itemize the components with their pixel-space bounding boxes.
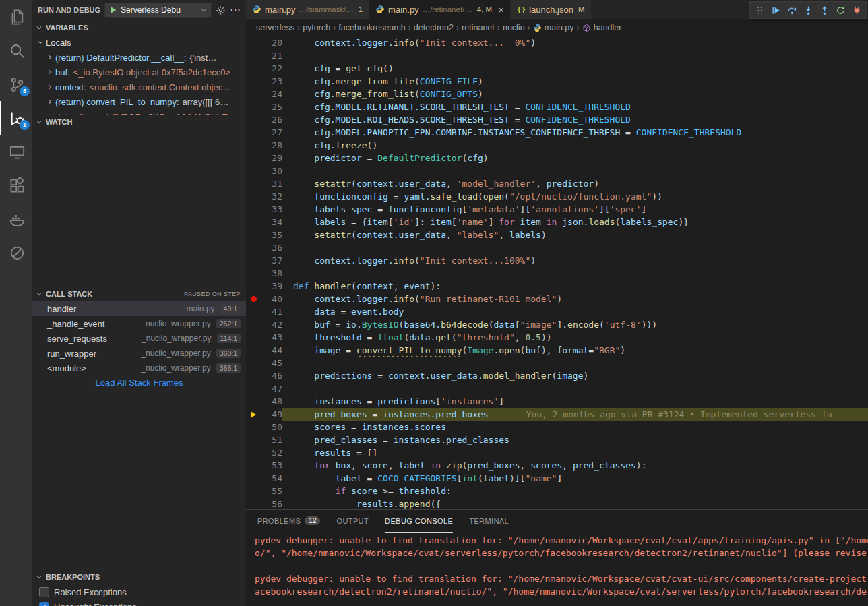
call-stack-section-header[interactable]: CALL STACK PAUSED ON STEP bbox=[32, 286, 246, 301]
variable-row[interactable]: context:<nuclio_sdk.context.Context obje… bbox=[32, 80, 246, 94]
code-line-29[interactable]: 29 predictor = DefaultPredictor(cfg) bbox=[246, 152, 868, 164]
code-line-32[interactable]: 32 functionconfig = yaml.safe_load(open(… bbox=[246, 190, 868, 203]
variables-scope-locals[interactable]: Locals bbox=[32, 35, 246, 50]
gutter[interactable] bbox=[246, 421, 261, 433]
variable-row[interactable]: (return) DefaultPredictor.__call__:{'ins… bbox=[32, 50, 246, 65]
gutter[interactable] bbox=[246, 229, 261, 241]
stack-frame[interactable]: _handle_event_nuclio_wrapper.py262:1 bbox=[32, 316, 246, 331]
gutter[interactable] bbox=[246, 203, 261, 216]
editor-tab-2[interactable]: main.py…/retinanet/…4, M× bbox=[369, 0, 511, 19]
code-line-28[interactable]: 28 cfg.freeze() bbox=[246, 139, 868, 152]
code-line-53[interactable]: 53 for box, score, label in zip(pred_box… bbox=[246, 459, 868, 472]
code-line-42[interactable]: 42 buf = io.BytesIO(base64.b64decode(dat… bbox=[246, 318, 868, 331]
gutter[interactable] bbox=[246, 126, 261, 139]
gutter[interactable] bbox=[246, 459, 261, 472]
variable-row[interactable]: data:{'image': 'iVBORw0KGgoAAAANSUhE… bbox=[32, 109, 246, 115]
editor-tab-3[interactable]: {}launch.jsonM bbox=[511, 0, 592, 19]
checkbox[interactable]: ✓ bbox=[39, 602, 49, 606]
stack-frame[interactable]: <module>_nuclio_wrapper.py366:1 bbox=[32, 361, 246, 375]
breadcrumb-item-retinanet[interactable]: retinanet bbox=[462, 23, 495, 32]
breakpoint-row[interactable]: Raised Exceptions bbox=[32, 584, 246, 599]
code-line-24[interactable]: 24 cfg.merge_from_list(CONFIG_OPTS) bbox=[246, 88, 868, 100]
more-actions-icon[interactable]: ⋯ bbox=[230, 5, 241, 16]
gutter[interactable] bbox=[246, 100, 261, 113]
continue-icon[interactable] bbox=[768, 2, 784, 18]
code-line-45[interactable]: 45 bbox=[246, 357, 868, 369]
gutter[interactable] bbox=[246, 254, 261, 267]
gutter[interactable] bbox=[246, 357, 261, 369]
code-line-31[interactable]: 31 setattr(context.user_data, 'model_han… bbox=[246, 177, 868, 190]
gutter[interactable] bbox=[246, 305, 261, 318]
activity-item-extensions[interactable] bbox=[0, 169, 32, 202]
gutter[interactable] bbox=[246, 75, 261, 88]
activity-item-search[interactable] bbox=[0, 34, 32, 67]
panel-tab-problems[interactable]: PROBLEMS12 bbox=[257, 510, 320, 533]
gutter[interactable] bbox=[246, 433, 261, 446]
code-line-50[interactable]: 50 scores = instances.scores bbox=[246, 421, 868, 433]
code-line-49[interactable]: 49 pred_boxes = instances.pred_boxesYou,… bbox=[246, 408, 868, 421]
gutter[interactable] bbox=[246, 331, 261, 344]
code-editor[interactable]: 20 context.logger.info("Init context... … bbox=[246, 36, 868, 509]
code-line-48[interactable]: 48 instances = predictions['instances'] bbox=[246, 395, 868, 408]
code-line-51[interactable]: 51 pred_classes = instances.pred_classes bbox=[246, 433, 868, 446]
gutter[interactable] bbox=[246, 485, 261, 497]
code-line-44[interactable]: 44 image = convert_PIL_to_numpy(Image.op… bbox=[246, 344, 868, 357]
code-line-33[interactable]: 33 labels_spec = functionconfig['metadat… bbox=[246, 203, 868, 216]
code-line-40[interactable]: 40 context.logger.info("Run retinanet-R1… bbox=[246, 293, 868, 305]
code-line-47[interactable]: 47 bbox=[246, 382, 868, 395]
activity-item-explorer[interactable] bbox=[0, 0, 32, 34]
variable-row[interactable]: (return) convert_PIL_to_numpy:array([[[ … bbox=[32, 94, 246, 109]
stack-frame[interactable]: serve_requests_nuclio_wrapper.py114:1 bbox=[32, 331, 246, 346]
code-line-52[interactable]: 52 results = [] bbox=[246, 446, 868, 459]
code-line-37[interactable]: 37 context.logger.info("Init context...1… bbox=[246, 254, 868, 267]
panel-tab-output[interactable]: OUTPUT bbox=[336, 510, 369, 533]
code-line-56[interactable]: 56 results.append({ bbox=[246, 497, 868, 509]
stack-frame[interactable]: handlermain.py49:1 bbox=[32, 301, 246, 316]
disconnect-icon[interactable] bbox=[848, 2, 865, 18]
gutter[interactable] bbox=[246, 62, 261, 75]
gutter[interactable] bbox=[246, 88, 261, 100]
breakpoints-section-header[interactable]: BREAKPOINTS bbox=[32, 570, 246, 584]
code-line-20[interactable]: 20 context.logger.info("Init context... … bbox=[246, 36, 868, 49]
restart-icon[interactable] bbox=[832, 2, 848, 18]
gutter[interactable] bbox=[246, 177, 261, 190]
gutter[interactable] bbox=[246, 267, 261, 280]
panel-tab-terminal[interactable]: TERMINAL bbox=[469, 510, 509, 533]
code-line-38[interactable]: 38 bbox=[246, 267, 868, 280]
close-icon[interactable]: × bbox=[498, 5, 504, 15]
gutter[interactable] bbox=[246, 190, 261, 203]
code-line-41[interactable]: 41 data = event.body bbox=[246, 305, 868, 318]
code-line-23[interactable]: 23 cfg.merge_from_file(CONFIG_FILE) bbox=[246, 75, 868, 88]
code-line-34[interactable]: 34 labels = {item['id']: item['name'] fo… bbox=[246, 216, 868, 229]
load-all-stack-frames-link[interactable]: Load All Stack Frames bbox=[32, 375, 246, 390]
breadcrumb-item-mainpy[interactable]: main.py bbox=[533, 23, 574, 32]
code-line-54[interactable]: 54 label = COCO_CATEGORIES[int(label)]["… bbox=[246, 472, 868, 485]
code-line-55[interactable]: 55 if score >= threshold: bbox=[246, 485, 868, 497]
code-line-26[interactable]: 26 cfg.MODEL.ROI_HEADS.SCORE_THRESH_TEST… bbox=[246, 113, 868, 126]
activity-item-run-and-debug[interactable]: 1 bbox=[0, 101, 32, 135]
step-over-icon[interactable] bbox=[784, 2, 800, 18]
step-into-icon[interactable] bbox=[800, 2, 816, 18]
debug-console-output[interactable]: pydev debugger: unable to find translati… bbox=[246, 533, 868, 598]
breadcrumb-item-facebookresearch[interactable]: facebookresearch bbox=[338, 23, 405, 32]
start-debugging-icon[interactable] bbox=[108, 5, 118, 15]
code-line-36[interactable]: 36 bbox=[246, 241, 868, 254]
gripper-icon[interactable] bbox=[751, 2, 768, 18]
code-line-46[interactable]: 46 predictions = context.user_data.model… bbox=[246, 369, 868, 382]
settings-gear-icon[interactable] bbox=[216, 5, 226, 16]
gutter[interactable] bbox=[246, 36, 261, 49]
breadcrumb-item-serverless[interactable]: serverless bbox=[256, 23, 294, 32]
gutter[interactable] bbox=[246, 49, 261, 62]
gutter[interactable] bbox=[246, 280, 261, 293]
code-line-43[interactable]: 43 threshold = float(data.get("threshold… bbox=[246, 331, 868, 344]
current-line-gutter[interactable] bbox=[246, 408, 261, 421]
panel-tab-debug-console[interactable]: DEBUG CONSOLE bbox=[385, 510, 453, 533]
checkbox[interactable] bbox=[39, 587, 49, 597]
variables-section-header[interactable]: VARIABLES bbox=[32, 20, 246, 35]
gutter[interactable] bbox=[246, 395, 261, 408]
breakpoint-gutter[interactable] bbox=[246, 293, 261, 305]
code-line-27[interactable]: 27 cfg.MODEL.PANOPTIC_FPN.COMBINE.INSTAN… bbox=[246, 126, 868, 139]
variable-row[interactable]: buf:<_io.BytesIO object at 0x7f5a2dc1ecc… bbox=[32, 65, 246, 80]
gutter[interactable] bbox=[246, 497, 261, 509]
code-line-21[interactable]: 21 bbox=[246, 49, 868, 62]
